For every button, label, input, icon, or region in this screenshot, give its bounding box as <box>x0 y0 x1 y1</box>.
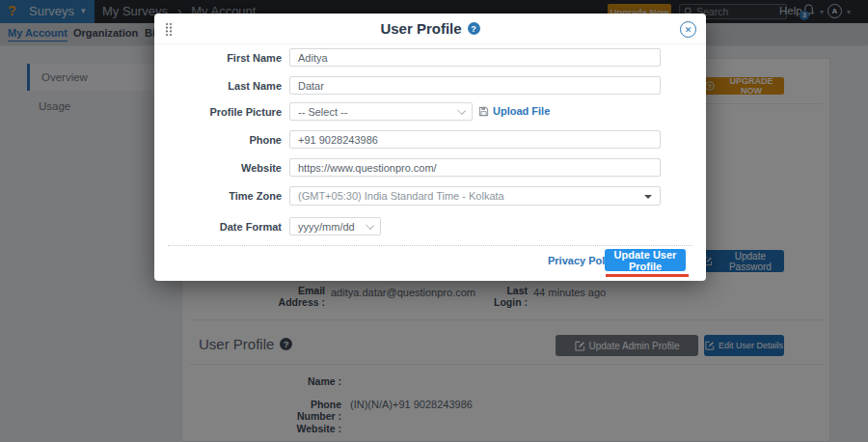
date-format-label: Date Format <box>168 221 282 233</box>
phone-input[interactable] <box>289 130 661 149</box>
drag-handle-icon[interactable] <box>165 22 173 37</box>
update-user-profile-button[interactable]: Update User Profile <box>605 249 686 271</box>
date-format-value: yyyy/mm/dd <box>298 221 355 233</box>
last-name-input[interactable] <box>289 76 661 95</box>
profile-picture-value: -- Select -- <box>298 106 347 118</box>
time-zone-label: Time Zone <box>168 190 282 202</box>
time-zone-value: (GMT+05:30) India Standard Time - Kolkat… <box>298 190 504 202</box>
chevron-down-icon <box>366 221 374 230</box>
modal-title: User Profile <box>380 20 461 37</box>
website-input[interactable] <box>289 158 661 177</box>
profile-picture-label: Profile Picture <box>168 106 282 118</box>
date-format-select[interactable]: yyyy/mm/dd <box>289 217 381 235</box>
upload-file-link[interactable]: Upload File <box>478 105 550 117</box>
profile-picture-select[interactable]: -- Select -- <box>289 102 473 121</box>
footer-divider <box>168 245 692 246</box>
chevron-down-icon <box>457 106 466 115</box>
first-name-input[interactable] <box>289 48 661 67</box>
caret-down-icon <box>644 195 652 199</box>
modal-header: User Profile ? ✕ <box>154 14 706 44</box>
phone-label: Phone <box>168 134 282 146</box>
website-label: Website <box>168 162 282 174</box>
last-name-label: Last Name <box>168 80 282 92</box>
annotation-underline <box>606 274 689 277</box>
help-question-icon[interactable]: ? <box>468 22 480 35</box>
close-icon[interactable]: ✕ <box>680 21 696 38</box>
file-icon <box>478 106 489 117</box>
time-zone-select[interactable]: (GMT+05:30) India Standard Time - Kolkat… <box>289 186 661 206</box>
user-profile-modal: User Profile ? ✕ First Name Last Name Pr… <box>154 14 706 281</box>
upload-file-label: Upload File <box>493 105 550 117</box>
first-name-label: First Name <box>168 52 282 64</box>
